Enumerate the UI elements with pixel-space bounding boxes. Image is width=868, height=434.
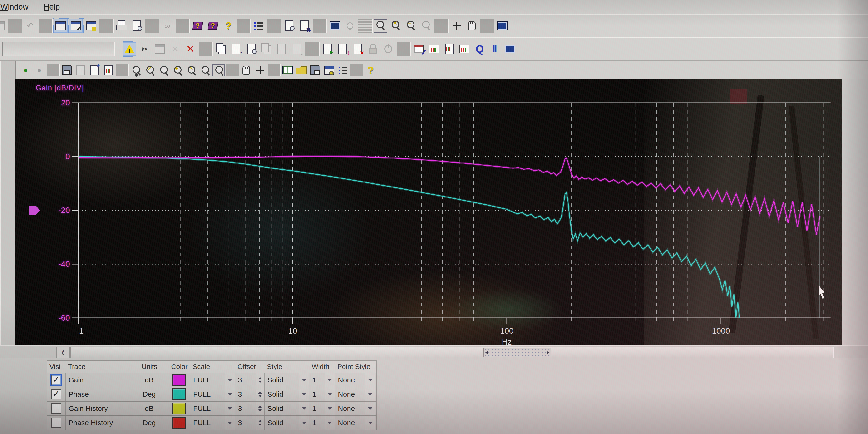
menu-window[interactable]: Window [0, 2, 30, 11]
trace-color-swatch[interactable] [172, 403, 186, 414]
clear-disabled-icon[interactable]: ✕ [168, 42, 182, 56]
zoom-y-icon[interactable]: ✕ [185, 64, 197, 76]
scale-dropdown[interactable] [225, 416, 235, 430]
visibility-checkbox[interactable] [51, 375, 61, 385]
open-file-icon[interactable] [295, 64, 308, 76]
docs-disabled-icon[interactable] [259, 42, 273, 56]
abort-test-icon[interactable]: ✕ [351, 42, 365, 56]
print-icon[interactable] [115, 19, 128, 33]
find-doc-icon[interactable] [244, 42, 258, 56]
clipped-toolbar-icon[interactable] [0, 19, 7, 33]
new-window-icon[interactable] [54, 19, 68, 33]
power-disabled-icon[interactable] [381, 42, 395, 56]
trace-color-swatch[interactable] [172, 388, 186, 400]
sweep-table-icon[interactable] [412, 42, 426, 56]
crosshair-icon[interactable] [450, 19, 464, 33]
visibility-checkbox[interactable] [51, 417, 61, 428]
import-doc-icon[interactable]: ↑ [229, 42, 243, 56]
copy-docs-icon[interactable] [214, 42, 228, 56]
menu-help[interactable]: Help [42, 2, 61, 11]
setup-combobox[interactable] [2, 42, 115, 56]
zoom-reset-icon[interactable] [157, 64, 169, 76]
bode-plot-area[interactable]: Gain [dB/DIV] 200-20-40-60110100Hz1000 [15, 79, 842, 344]
trace-list-icon[interactable] [337, 64, 349, 76]
save-chart-icon[interactable] [61, 64, 73, 76]
crosshair-icon[interactable] [254, 64, 266, 76]
point-style-dropdown[interactable] [365, 388, 375, 401]
pan-hand-icon[interactable] [240, 64, 252, 76]
help-icon[interactable]: ? [364, 64, 377, 76]
tip-icon[interactable] [343, 19, 357, 33]
width-dropdown[interactable] [324, 388, 335, 401]
width-dropdown[interactable] [324, 402, 335, 415]
visibility-checkbox[interactable] [51, 403, 61, 414]
zoom-in-icon[interactable] [419, 19, 433, 33]
cut-icon[interactable]: ✂ [138, 42, 152, 56]
context-help-icon[interactable]: ? [221, 19, 235, 33]
style-dropdown[interactable] [299, 402, 309, 415]
probe-icon[interactable]: ‖ [488, 42, 502, 56]
offset-spinner[interactable] [255, 416, 264, 430]
run-test-icon[interactable] [320, 42, 334, 56]
new-chart-icon[interactable]: ★ [88, 64, 101, 76]
scroll-left-button[interactable]: ❮ [56, 347, 70, 358]
scale-dropdown[interactable] [225, 402, 235, 415]
scale-dropdown[interactable] [225, 388, 235, 401]
chart-options-icon[interactable] [323, 64, 335, 76]
width-dropdown[interactable] [324, 416, 335, 430]
print-preview-icon[interactable] [130, 19, 144, 33]
zoom-x-icon[interactable]: ✕ [144, 64, 156, 76]
zoom-axes-icon[interactable] [130, 64, 142, 76]
doc-disabled-icon[interactable] [275, 42, 289, 56]
setup-tools-icon[interactable] [69, 19, 83, 33]
width-dropdown[interactable] [324, 373, 335, 387]
trace-row-gain[interactable]: Gain dB FULL 3 Solid 1 None [47, 373, 376, 388]
save-as-icon[interactable] [309, 64, 321, 76]
venable-logo-icon[interactable]: Q [473, 42, 487, 56]
scale-dropdown[interactable] [225, 373, 235, 387]
style-dropdown[interactable] [299, 388, 309, 401]
trace-color-swatch[interactable] [172, 417, 186, 429]
node-disabled-icon[interactable]: ● [33, 64, 45, 76]
waveform-icon[interactable] [427, 42, 441, 56]
copy-disabled-icon[interactable] [153, 42, 167, 56]
zoom-prev-icon[interactable] [199, 64, 211, 76]
style-dropdown[interactable] [299, 373, 309, 387]
help-topics-icon[interactable]: ? [191, 19, 205, 33]
grid-window-icon[interactable] [503, 42, 517, 56]
style-dropdown[interactable] [299, 416, 309, 430]
export-excel-icon[interactable] [281, 64, 294, 76]
zoom-box-icon[interactable] [374, 19, 388, 33]
point-style-dropdown[interactable] [365, 416, 375, 430]
zoom-out-icon[interactable]: − [404, 19, 418, 33]
zoom-window-icon[interactable] [213, 64, 225, 76]
trace-color-swatch[interactable] [172, 374, 186, 386]
doc-disabled-icon[interactable] [74, 64, 87, 76]
help-index-icon[interactable]: ? [206, 19, 220, 33]
error-log-icon[interactable]: ! [123, 42, 136, 56]
scrollbar-thumb[interactable] [484, 348, 551, 358]
front-panel-icon[interactable] [328, 19, 342, 33]
visibility-checkbox[interactable] [51, 389, 61, 400]
frequency-response-plot[interactable]: 200-20-40-60110100Hz1000 [15, 79, 842, 344]
export-window-icon[interactable] [84, 19, 98, 33]
chart-doc-icon[interactable] [442, 42, 456, 56]
pan-hand-icon[interactable] [465, 19, 479, 33]
undo-icon[interactable]: ↶ [23, 19, 37, 33]
doc-transfer-icon[interactable]: ⇅ [298, 19, 311, 33]
offset-spinner[interactable] [255, 388, 264, 401]
zoom-in-icon[interactable]: + [171, 64, 183, 76]
point-style-dropdown[interactable] [365, 373, 375, 387]
chart-settings-icon[interactable] [102, 64, 115, 76]
add-node-icon[interactable]: ● [19, 64, 32, 76]
overlay-chart-icon[interactable] [458, 42, 471, 56]
trace-row-gain-history[interactable]: Gain History dB FULL 3 Solid 1 None [47, 402, 376, 416]
trace-list-icon[interactable] [252, 19, 266, 33]
point-style-dropdown[interactable] [365, 402, 375, 415]
trace-row-phase[interactable]: Phase Deg FULL 3 Solid 1 None [47, 388, 376, 402]
find-icon[interactable]: ∞ [160, 19, 174, 33]
lock-disabled-icon[interactable] [366, 42, 380, 56]
scrollbar-track[interactable] [70, 347, 834, 358]
trace-row-phase-history[interactable]: Phase History Deg FULL 3 Solid 1 None [47, 416, 376, 430]
stop-test-icon[interactable]: ! [336, 42, 349, 56]
